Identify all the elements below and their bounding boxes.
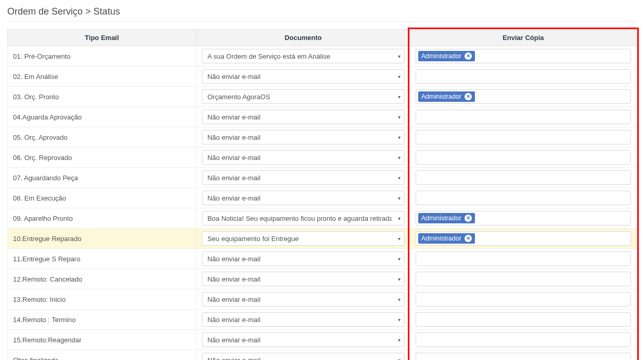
breadcrumb-section: Ordem de Serviço xyxy=(7,6,83,17)
table-row: 06. Orç. ReprovadoNão enviar e-mail xyxy=(8,148,637,168)
table-row: 14.Remoto : TerminoNão enviar e-mail xyxy=(8,310,637,330)
document-cell: Boa Noticia! Seu equipamento ficou pront… xyxy=(196,208,410,229)
send-copy-cell: Administrador✕ xyxy=(410,229,636,249)
send-copy-input[interactable] xyxy=(416,251,631,266)
table-row: 10.Entregue ReparadoSeu equipamento foi … xyxy=(8,229,637,249)
table-row: 09. Aparelho ProntoBoa Noticia! Seu equi… xyxy=(8,208,637,229)
email-type-cell: 11.Entregue S Reparo xyxy=(8,249,197,269)
recipient-tag: Administrador✕ xyxy=(418,213,475,223)
email-type-cell: 07. Aguardando Peça xyxy=(8,168,197,188)
recipient-tag-label: Administrador xyxy=(421,93,461,100)
document-select[interactable]: Não enviar e-mail xyxy=(202,251,405,266)
recipient-tag: Administrador✕ xyxy=(418,233,475,244)
send-copy-cell: Administrador✕ xyxy=(410,46,636,66)
document-cell: Não enviar e-mail xyxy=(196,269,410,289)
remove-tag-icon[interactable]: ✕ xyxy=(465,52,472,60)
send-copy-input[interactable] xyxy=(416,170,631,185)
send-copy-cell xyxy=(410,107,636,127)
table-row: 13.Remoto: InicioNão enviar e-mail xyxy=(8,289,637,310)
email-type-cell: 10.Entregue Reparado xyxy=(8,229,197,249)
document-select[interactable]: Não enviar e-mail xyxy=(202,312,405,327)
document-select[interactable]: Não enviar e-mail xyxy=(202,272,405,286)
send-copy-input[interactable] xyxy=(416,292,631,306)
document-select[interactable]: Não enviar e-mail xyxy=(202,332,405,347)
send-copy-input[interactable] xyxy=(416,353,631,360)
send-copy-input[interactable] xyxy=(416,130,631,144)
send-copy-cell xyxy=(410,269,636,289)
send-copy-input[interactable] xyxy=(416,191,631,205)
email-type-cell: 04.Aguarda Aprovação xyxy=(8,107,197,127)
email-type-cell: 06. Orç. Reprovado xyxy=(8,148,197,168)
document-select[interactable]: Não enviar e-mail xyxy=(202,353,405,360)
document-cell: Não enviar e-mail xyxy=(196,350,410,361)
document-select[interactable]: Não enviar e-mail xyxy=(202,292,405,306)
document-cell: Seu equipamento foi Entregue xyxy=(196,229,410,249)
document-select[interactable]: A sua Ordem de Serviço está em Análise xyxy=(202,49,405,63)
send-copy-input[interactable]: Administrador✕ xyxy=(416,231,631,246)
send-copy-input[interactable] xyxy=(416,110,631,124)
document-select[interactable]: Não enviar e-mail xyxy=(202,150,405,165)
email-type-cell: 15.Remoto:Reagendar xyxy=(8,330,197,350)
email-type-cell: 08. Em Execução xyxy=(8,188,197,208)
remove-tag-icon[interactable]: ✕ xyxy=(465,235,472,242)
send-copy-cell xyxy=(410,188,636,208)
document-cell: Não enviar e-mail xyxy=(196,310,410,330)
send-copy-cell xyxy=(410,330,636,350)
send-copy-cell xyxy=(410,66,636,87)
send-copy-cell xyxy=(410,289,636,310)
col-header-email-type: Tipo Email xyxy=(8,30,197,46)
document-select[interactable]: Não enviar e-mail xyxy=(202,110,405,124)
document-cell: Não enviar e-mail xyxy=(196,107,410,127)
table-row: 02. Em AnáliseNão enviar e-mail xyxy=(8,66,637,87)
remove-tag-icon[interactable]: ✕ xyxy=(465,93,472,100)
remove-tag-icon[interactable]: ✕ xyxy=(465,215,472,222)
breadcrumb-separator: > xyxy=(85,6,91,17)
document-select[interactable]: Não enviar e-mail xyxy=(202,130,405,144)
document-cell: Não enviar e-mail xyxy=(196,289,410,310)
document-select[interactable]: Orçamento AgoraOS xyxy=(202,89,405,104)
document-select[interactable]: Não enviar e-mail xyxy=(202,69,405,84)
table-row: 05. Orç. AprovadoNão enviar e-mail xyxy=(8,127,637,148)
table-row: 03. Orç. ProntoOrçamento AgoraOSAdminist… xyxy=(8,87,637,107)
document-cell: Não enviar e-mail xyxy=(196,188,410,208)
email-type-cell: 01. Pré-Orçamento xyxy=(8,46,197,66)
table-row: 01. Pré-OrçamentoA sua Ordem de Serviço … xyxy=(8,46,637,66)
email-type-cell: 13.Remoto: Inicio xyxy=(8,289,197,310)
col-header-send-copy: Enviar Cópia xyxy=(410,30,636,46)
table-row: 15.Remoto:ReagendarNão enviar e-mail xyxy=(8,330,637,350)
table-row: Obra finalizadaNão enviar e-mail xyxy=(8,350,637,361)
send-copy-cell xyxy=(410,350,636,361)
document-select[interactable]: Boa Noticia! Seu equipamento ficou pront… xyxy=(202,211,405,225)
send-copy-cell xyxy=(410,127,636,148)
email-type-cell: 02. Em Análise xyxy=(8,66,197,87)
send-copy-cell xyxy=(410,148,636,168)
recipient-tag: Administrador✕ xyxy=(418,91,475,102)
email-type-cell: 14.Remoto : Termino xyxy=(8,310,197,330)
send-copy-input[interactable] xyxy=(416,312,631,327)
breadcrumb: Ordem de Serviço > Status xyxy=(7,4,637,22)
email-type-cell: 03. Orç. Pronto xyxy=(8,87,197,107)
recipient-tag: Administrador✕ xyxy=(418,51,475,61)
send-copy-input[interactable] xyxy=(416,272,631,286)
document-select[interactable]: Seu equipamento foi Entregue xyxy=(202,231,405,246)
send-copy-input[interactable] xyxy=(416,150,631,165)
send-copy-input[interactable]: Administrador✕ xyxy=(416,211,631,225)
send-copy-cell: Administrador✕ xyxy=(410,87,636,107)
document-select[interactable]: Não enviar e-mail xyxy=(202,191,405,205)
send-copy-cell xyxy=(410,310,636,330)
recipient-tag-label: Administrador xyxy=(421,215,461,222)
send-copy-input[interactable] xyxy=(416,332,631,347)
send-copy-input[interactable] xyxy=(416,69,631,84)
document-select[interactable]: Não enviar e-mail xyxy=(202,170,405,185)
document-cell: Não enviar e-mail xyxy=(196,168,410,188)
document-cell: Não enviar e-mail xyxy=(196,330,410,350)
send-copy-input[interactable]: Administrador✕ xyxy=(416,89,631,104)
document-cell: Orçamento AgoraOS xyxy=(196,87,410,107)
table-row: 07. Aguardando PeçaNão enviar e-mail xyxy=(8,168,637,188)
table-row: 11.Entregue S ReparoNão enviar e-mail xyxy=(8,249,637,269)
table-row: 08. Em ExecuçãoNão enviar e-mail xyxy=(8,188,637,208)
status-table: Tipo Email Documento Enviar Cópia 01. Pr… xyxy=(7,29,637,360)
send-copy-input[interactable]: Administrador✕ xyxy=(416,49,631,63)
email-type-cell: 05. Orç. Aprovado xyxy=(8,127,197,148)
table-row: 04.Aguarda AprovaçãoNão enviar e-mail xyxy=(8,107,637,127)
